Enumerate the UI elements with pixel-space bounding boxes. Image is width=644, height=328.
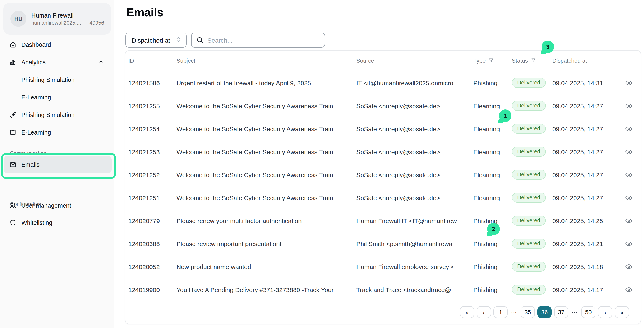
column-header-dispatched-at: Dispatched at <box>552 58 624 64</box>
view-email-button[interactable] <box>624 124 633 133</box>
column-header-id: ID <box>128 58 176 64</box>
sidebar-item-elearning[interactable]: E-Learning <box>0 126 114 139</box>
sidebar-item-phishing-simulation[interactable]: Phishing Simulation <box>0 109 114 121</box>
cell-subject: Welcome to the SoSafe Cyber Security Awa… <box>176 148 356 155</box>
eye-icon <box>624 171 632 179</box>
cell-dispatched-at: 09.04.2025, 14:21 <box>552 240 624 247</box>
sort-select[interactable]: Dispatched at <box>126 32 186 48</box>
eye-icon <box>624 102 632 110</box>
sidebar: HU Human Firewall humanfirewall2025.... … <box>0 0 114 328</box>
table-row[interactable]: 124020388 Please review important presen… <box>126 232 641 255</box>
cell-source: SoSafe <noreply@sosafe.de> <box>356 148 474 155</box>
table-header-row: ID Subject Source Type Status Dispatched… <box>126 50 641 71</box>
eye-icon <box>624 194 632 202</box>
cell-id: 124021255 <box>128 102 176 109</box>
book-icon <box>9 129 17 136</box>
view-email-button[interactable] <box>624 170 633 179</box>
search-input[interactable] <box>208 36 320 44</box>
filter-icon[interactable] <box>531 57 536 64</box>
pagination-prev-button[interactable]: ‹ <box>477 306 491 318</box>
pagination-next-button[interactable]: › <box>598 306 612 318</box>
main-content: Emails Dispatched at ID Subject Source T… <box>114 0 644 328</box>
pagination-page-35[interactable]: 35 <box>521 306 535 318</box>
status-badge: Delivered <box>512 146 546 157</box>
cell-subject: New product name wanted <box>176 263 356 270</box>
pagination-last-button[interactable]: » <box>615 306 629 318</box>
sidebar-section-communication: Communication <box>0 150 114 156</box>
sidebar-item-label: Emails <box>21 161 40 168</box>
sidebar-item-emails[interactable]: Emails <box>4 156 112 173</box>
view-email-button[interactable] <box>624 147 633 156</box>
chevron-up-icon[interactable] <box>98 58 104 66</box>
sidebar-item-analytics-elearning[interactable]: E-Learning <box>0 91 114 104</box>
view-email-button[interactable] <box>624 239 633 248</box>
pagination-page-36-active[interactable]: 36 <box>537 306 552 318</box>
sidebar-item-analytics[interactable]: Analytics <box>0 56 114 68</box>
cell-subject: Please review important presentation! <box>176 240 356 247</box>
table-row[interactable]: 124021253 Welcome to the SoSafe Cyber Se… <box>126 140 641 163</box>
table-row[interactable]: 124019900 You Have A Pending Delivery #3… <box>126 278 641 301</box>
eye-icon <box>624 263 632 271</box>
sidebar-item-label: Whitelisting <box>21 219 52 226</box>
column-header-type: Type <box>474 57 512 64</box>
pagination-page-1[interactable]: 1 <box>494 306 508 318</box>
eye-icon <box>624 217 632 225</box>
select-updown-icon <box>175 36 182 44</box>
table-row[interactable]: 124020779 Please renew your multi factor… <box>126 209 641 232</box>
status-badge: Delivered <box>512 169 546 180</box>
cell-type: Phishing <box>474 240 512 247</box>
view-email-button[interactable] <box>624 193 633 202</box>
sidebar-item-label: Dashboard <box>21 41 51 48</box>
sidebar-item-analytics-phishing-simulation[interactable]: Phishing Simulation <box>0 73 114 86</box>
cell-type: Phishing <box>474 263 512 270</box>
eye-icon <box>624 125 632 133</box>
sidebar-item-whitelisting[interactable]: Whitelisting <box>0 216 114 229</box>
pagination-first-button[interactable]: « <box>460 306 474 318</box>
filter-icon[interactable] <box>489 57 494 64</box>
status-badge: Delivered <box>512 100 546 111</box>
cell-dispatched-at: 09.04.2025, 14:25 <box>552 217 624 224</box>
table-row[interactable]: 124021586 Urgent restart of the firewall… <box>126 71 641 94</box>
cell-status: Delivered <box>512 146 552 157</box>
cell-dispatched-at: 09.04.2025, 14:17 <box>552 286 624 293</box>
status-badge: Delivered <box>512 192 546 203</box>
view-email-button[interactable] <box>624 78 633 87</box>
table-row[interactable]: 124020052 New product name wanted Human … <box>126 255 641 278</box>
cell-subject: Welcome to the SoSafe Cyber Security Awa… <box>176 171 356 178</box>
view-email-button[interactable] <box>624 101 633 110</box>
account-name: Human Firewall <box>31 12 104 19</box>
cell-status: Delivered <box>512 169 552 180</box>
view-email-button[interactable] <box>624 216 633 225</box>
account-org: humanfirewall2025.... <box>31 20 81 26</box>
table-row[interactable]: 124021255 Welcome to the SoSafe Cyber Se… <box>126 94 641 117</box>
table-row[interactable]: 124021254 Welcome to the SoSafe Cyber Se… <box>126 117 641 140</box>
cell-type: Elearning <box>474 148 512 155</box>
table-row[interactable]: 124021251 Welcome to the SoSafe Cyber Se… <box>126 186 641 209</box>
status-badge: Delivered <box>512 77 546 88</box>
pagination-page-50[interactable]: 50 <box>581 306 596 318</box>
cell-status: Delivered <box>512 192 552 203</box>
pagination-page-37[interactable]: 37 <box>554 306 568 318</box>
mail-icon <box>9 161 17 168</box>
account-number: 49956 <box>90 20 104 26</box>
rocket-icon <box>9 111 17 119</box>
table-row[interactable]: 124021252 Welcome to the SoSafe Cyber Se… <box>126 163 641 186</box>
search-box <box>191 32 325 48</box>
pagination-ellipsis: ⋯ <box>571 309 579 316</box>
emails-table-card: ID Subject Source Type Status Dispatched… <box>125 50 641 324</box>
status-badge: Delivered <box>512 238 546 249</box>
cell-id: 124020388 <box>128 240 176 247</box>
shield-icon <box>9 219 17 227</box>
sidebar-item-dashboard[interactable]: Dashboard <box>0 38 114 51</box>
view-email-button[interactable] <box>624 285 633 294</box>
status-badge: Delivered <box>512 284 546 295</box>
view-email-button[interactable] <box>624 262 633 271</box>
home-icon <box>9 41 17 48</box>
column-header-subject: Subject <box>176 58 356 64</box>
account-switcher[interactable]: HU Human Firewall humanfirewall2025.... … <box>3 3 111 35</box>
sidebar-item-user-management[interactable]: User management <box>0 199 114 212</box>
cell-source: SoSafe <noreply@sosafe.de> <box>356 125 474 132</box>
sidebar-divider <box>0 145 114 145</box>
cell-id: 124021254 <box>128 125 176 132</box>
cell-status: Delivered <box>512 100 552 111</box>
